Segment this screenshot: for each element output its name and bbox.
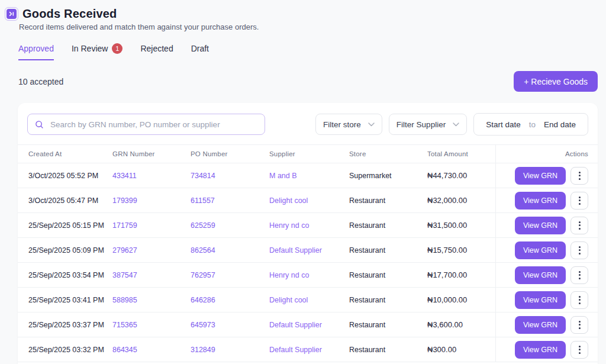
- po-number-link[interactable]: 645973: [191, 321, 269, 329]
- supplier-link[interactable]: Henry nd co: [269, 271, 349, 279]
- kebab-dot: [579, 249, 581, 251]
- start-date-field[interactable]: Start date: [486, 120, 521, 129]
- actions-cell: View GRN: [495, 288, 598, 312]
- kebab-dot: [579, 271, 581, 273]
- actions-cell: View GRN: [495, 163, 598, 188]
- kebab-dot: [579, 246, 581, 248]
- kebab-menu-button[interactable]: [570, 341, 588, 359]
- kebab-dot: [579, 224, 581, 226]
- created-at-cell: 25/Sep/2025 03:41 PM: [28, 296, 112, 304]
- kebab-menu-button[interactable]: [570, 266, 588, 284]
- supplier-link[interactable]: M and B: [269, 172, 349, 180]
- created-at-cell: 25/Sep/2025 03:32 PM: [28, 346, 112, 354]
- po-number-link[interactable]: 862564: [191, 246, 269, 255]
- table-row: 3/Oct/2025 05:47 PM 179399 611557 Deligh…: [18, 188, 598, 213]
- table-row: 3/Oct/2025 05:52 PM 433411 734814 M and …: [18, 163, 598, 188]
- created-at-cell: 3/Oct/2025 05:47 PM: [28, 197, 112, 205]
- view-grn-button[interactable]: View GRN: [515, 192, 566, 210]
- kebab-dot: [579, 253, 581, 255]
- grn-number-link[interactable]: 433411: [112, 172, 191, 180]
- kebab-menu-button[interactable]: [570, 217, 588, 234]
- header-supplier: Supplier: [269, 150, 349, 157]
- chevron-down-icon: [453, 123, 459, 127]
- filter-supplier-dropdown[interactable]: Filter Supplier: [389, 114, 467, 135]
- kebab-dot: [579, 302, 581, 304]
- kebab-dot: [579, 327, 581, 329]
- kebab-dot: [579, 296, 581, 298]
- view-grn-button[interactable]: View GRN: [515, 291, 566, 309]
- grn-number-link[interactable]: 864345: [112, 346, 191, 354]
- table-header-row: Created At GRN Number PO Number Supplier…: [18, 144, 598, 163]
- page-title: Goods Received: [22, 7, 117, 21]
- kebab-dot: [579, 352, 581, 354]
- grn-number-link[interactable]: 715365: [112, 321, 191, 329]
- po-number-link[interactable]: 646286: [191, 296, 269, 304]
- filter-store-dropdown[interactable]: Filter store: [315, 114, 382, 135]
- po-number-link[interactable]: 312849: [191, 346, 269, 354]
- header-created-at: Created At: [28, 150, 112, 157]
- kebab-dot: [579, 178, 581, 180]
- grn-number-link[interactable]: 279627: [112, 246, 191, 255]
- grn-number-link[interactable]: 387547: [112, 271, 191, 279]
- grn-number-link[interactable]: 588985: [112, 296, 191, 304]
- store-cell: Restaurant: [349, 296, 427, 304]
- page-header: Goods Received Record items delivered an…: [0, 0, 606, 31]
- view-grn-button[interactable]: View GRN: [515, 167, 566, 185]
- kebab-menu-button[interactable]: [570, 316, 588, 334]
- supplier-link[interactable]: Default Supplier: [269, 246, 349, 255]
- page-subtitle: Record items delivered and match them ag…: [19, 22, 598, 31]
- kebab-menu-button[interactable]: [570, 192, 588, 210]
- view-grn-button[interactable]: View GRN: [515, 217, 566, 234]
- date-range-picker[interactable]: Start date to End date: [473, 113, 588, 136]
- tab-draft[interactable]: Draft: [191, 43, 209, 60]
- kebab-dot: [579, 349, 581, 350]
- header-total-amount: Total Amount: [427, 150, 495, 157]
- view-grn-button[interactable]: View GRN: [515, 266, 566, 284]
- kebab-dot: [579, 197, 581, 198]
- po-number-link[interactable]: 611557: [191, 197, 269, 205]
- view-grn-button[interactable]: View GRN: [515, 341, 566, 359]
- header-store: Store: [349, 150, 427, 157]
- actions-cell: View GRN: [495, 188, 598, 212]
- supplier-link[interactable]: Delight cool: [269, 197, 349, 205]
- po-number-link[interactable]: 734814: [191, 172, 269, 180]
- tab-rejected[interactable]: Rejected: [140, 43, 173, 60]
- po-number-link[interactable]: 625259: [191, 221, 269, 230]
- store-cell: Restaurant: [349, 197, 427, 205]
- supplier-link[interactable]: Delight cool: [269, 296, 349, 304]
- search-input[interactable]: [49, 120, 257, 130]
- view-grn-button[interactable]: View GRN: [515, 241, 566, 259]
- supplier-link[interactable]: Default Supplier: [269, 321, 349, 329]
- kebab-menu-button[interactable]: [570, 291, 588, 309]
- supplier-link[interactable]: Default Supplier: [269, 346, 349, 354]
- kebab-dot: [579, 221, 581, 223]
- kebab-dot: [579, 175, 581, 176]
- supplier-link[interactable]: Henry nd co: [269, 221, 349, 230]
- date-range-separator: to: [529, 120, 536, 129]
- tab-in-review[interactable]: In Review 1: [72, 43, 123, 60]
- search-box[interactable]: [27, 114, 265, 135]
- created-at-cell: 25/Sep/2025 03:54 PM: [28, 271, 112, 279]
- header-grn-number: GRN Number: [112, 150, 191, 157]
- store-cell: Restaurant: [349, 321, 427, 329]
- grn-number-link[interactable]: 171759: [112, 221, 191, 230]
- kebab-menu-button[interactable]: [570, 167, 588, 185]
- grn-number-link[interactable]: 179399: [112, 197, 191, 205]
- actions-cell: View GRN: [495, 337, 598, 362]
- goods-received-card: Filter store Filter Supplier Start date …: [18, 103, 598, 364]
- po-number-link[interactable]: 762957: [191, 271, 269, 279]
- in-review-count-badge: 1: [112, 43, 123, 54]
- view-grn-button[interactable]: View GRN: [515, 316, 566, 334]
- created-at-cell: 25/Sep/2025 05:15 PM: [28, 221, 112, 230]
- end-date-field[interactable]: End date: [544, 120, 576, 129]
- table-row: 25/Sep/2025 05:15 PM 171759 625259 Henry…: [18, 213, 598, 238]
- total-amount-cell: ₦300.00: [427, 345, 495, 354]
- receive-goods-button[interactable]: + Recieve Goods: [514, 71, 598, 92]
- kebab-menu-button[interactable]: [570, 241, 588, 259]
- header-actions: Actions: [495, 145, 598, 163]
- goods-received-icon: [5, 7, 18, 21]
- created-at-cell: 3/Oct/2025 05:52 PM: [28, 172, 112, 180]
- tab-approved[interactable]: Approved: [18, 43, 54, 60]
- kebab-dot: [579, 299, 581, 301]
- kebab-dot: [579, 346, 581, 347]
